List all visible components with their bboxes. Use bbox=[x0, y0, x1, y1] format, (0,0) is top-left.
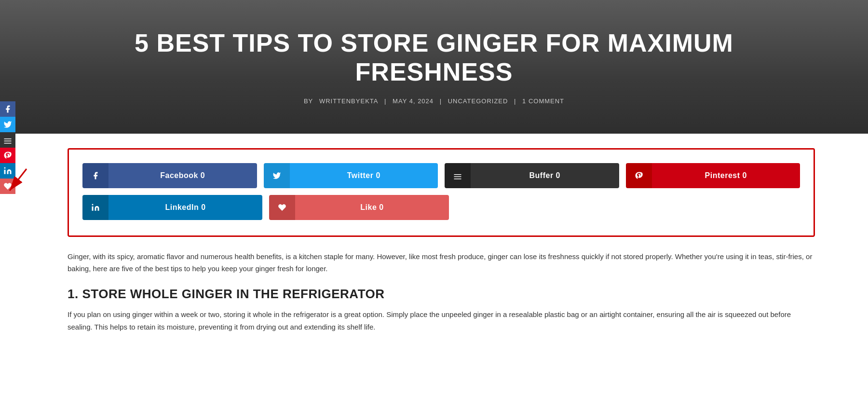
meta-sep3: | bbox=[514, 97, 516, 105]
share-row-2: LinkedIn 0 Like 0 bbox=[82, 195, 449, 220]
page-title: 5 Best Tips To Store Ginger For Maximum … bbox=[96, 29, 772, 87]
hero-meta: BY WRITTENBYEKTA | MAY 4, 2024 | UNCATEG… bbox=[10, 97, 858, 105]
buffer-label: Buffer 0 bbox=[471, 163, 619, 188]
share-box: Facebook 0 Twitter 0 Buffer 0 Pinterest … bbox=[68, 148, 815, 237]
linkedin-icon bbox=[82, 195, 108, 220]
buffer-icon bbox=[445, 163, 471, 188]
svg-point-3 bbox=[92, 204, 94, 205]
article-intro: Ginger, with its spicy, aromatic flavor … bbox=[68, 250, 815, 275]
share-pinterest-button[interactable]: Pinterest 0 bbox=[626, 163, 800, 188]
meta-comments: 1 COMMENT bbox=[522, 97, 564, 105]
linkedin-label: LinkedIn 0 bbox=[108, 195, 262, 220]
svg-line-2 bbox=[10, 169, 27, 191]
twitter-icon bbox=[264, 163, 290, 188]
like-icon bbox=[269, 195, 295, 220]
meta-sep1: | bbox=[384, 97, 386, 105]
share-buffer-button[interactable]: Buffer 0 bbox=[445, 163, 619, 188]
share-row-1: Facebook 0 Twitter 0 Buffer 0 Pinterest … bbox=[82, 163, 800, 188]
arrow-annotation bbox=[0, 164, 34, 205]
meta-by: BY bbox=[304, 97, 313, 105]
main-content: Facebook 0 Twitter 0 Buffer 0 Pinterest … bbox=[19, 134, 868, 348]
sidebar-twitter-btn[interactable] bbox=[0, 117, 15, 132]
meta-date: MAY 4, 2024 bbox=[393, 97, 434, 105]
facebook-label: Facebook 0 bbox=[108, 163, 257, 188]
meta-sep2: | bbox=[440, 97, 442, 105]
sidebar-pinterest-btn[interactable] bbox=[0, 148, 15, 163]
hero-section: 5 Best Tips To Store Ginger For Maximum … bbox=[0, 0, 868, 134]
section1-heading: 1. Store Whole Ginger In The Refrigerato… bbox=[68, 287, 815, 302]
facebook-icon bbox=[82, 163, 108, 188]
share-twitter-button[interactable]: Twitter 0 bbox=[264, 163, 438, 188]
pinterest-icon bbox=[626, 163, 652, 188]
share-like-button[interactable]: Like 0 bbox=[269, 195, 449, 220]
section1-text: If you plan on using ginger within a wee… bbox=[68, 308, 815, 334]
meta-category: UNCATEGORIZED bbox=[448, 97, 508, 105]
sidebar-buffer-btn[interactable] bbox=[0, 132, 15, 148]
article-body: Ginger, with its spicy, aromatic flavor … bbox=[68, 250, 815, 334]
pinterest-label: Pinterest 0 bbox=[652, 163, 800, 188]
share-facebook-button[interactable]: Facebook 0 bbox=[82, 163, 257, 188]
meta-author: WRITTENBYEKTA bbox=[319, 97, 379, 105]
sidebar-facebook-btn[interactable] bbox=[0, 101, 15, 117]
like-label: Like 0 bbox=[295, 195, 449, 220]
twitter-label: Twitter 0 bbox=[290, 163, 438, 188]
share-linkedin-button[interactable]: LinkedIn 0 bbox=[82, 195, 262, 220]
